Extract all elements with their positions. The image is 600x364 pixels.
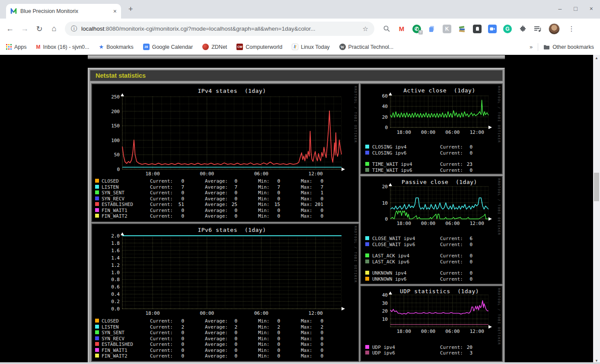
bookmark-practical-technology[interactable]: W Practical Technol... [339, 44, 394, 50]
browser-tab[interactable]: Blue Precision Monitorix × [6, 4, 121, 19]
legend-color-swatch [365, 168, 369, 172]
scrollbar-up-arrow[interactable]: ▲ [593, 56, 600, 60]
forward-button[interactable]: → [18, 24, 31, 33]
bookmark-inbox[interactable]: M Inbox (16) - sjvn0... [36, 44, 89, 50]
legend-label: TIME_WAIT ipv6 [372, 168, 412, 173]
search-extension-icon[interactable] [382, 25, 391, 33]
legend-stat-value: 0 [454, 253, 472, 259]
graph-ipv6-states: IPv6 states (1day)ConnectionsRRDTOOL / T… [91, 223, 359, 362]
legend-color-swatch [95, 342, 99, 346]
legend-stat-value: 0 [166, 330, 184, 336]
legend-stat-value: 0 [305, 178, 323, 184]
address-bar[interactable]: ⓘ localhost:8080/monitorix-cgi/monitorix… [65, 22, 374, 36]
profile-avatar[interactable] [549, 23, 560, 35]
window-minimize-button[interactable]: – [559, 4, 562, 13]
legend-stat-value: 0 [305, 213, 323, 219]
puzzle-extensions-icon[interactable] [518, 25, 527, 33]
bookmark-zdnet[interactable]: ZDNet [202, 44, 227, 50]
legend-stat-value: 0 [219, 196, 237, 202]
bookmark-apps[interactable]: Apps [6, 44, 27, 50]
x-tick-label: 18:00 [143, 310, 162, 316]
bookmark-star-icon[interactable]: ☆ [363, 25, 368, 33]
x-tick-label: 00:00 [198, 171, 217, 177]
playlist-extension-icon[interactable] [533, 25, 542, 33]
camera-extension-icon[interactable] [488, 25, 497, 33]
linux-today-icon: lt [292, 44, 298, 50]
legend-stat-value: 0 [262, 330, 280, 336]
legend-label: UNKNOWN ipv6 [372, 276, 406, 282]
home-button[interactable]: ⌂ [48, 24, 61, 33]
back-button[interactable]: ← [3, 24, 16, 33]
legend-color-swatch [365, 151, 369, 155]
x-tick-label: 06:00 [443, 221, 462, 226]
legend-color-swatch [95, 354, 99, 358]
legend-color-swatch [365, 277, 369, 281]
y-tick-label: 1.4 [100, 255, 120, 261]
reload-button[interactable]: ↻ [33, 24, 46, 34]
voice-extension-icon[interactable]: ✆? [412, 25, 421, 33]
legend-stat-value: 2 [166, 324, 184, 330]
bookmark-label: Computerworld [246, 44, 282, 50]
legend-stat-value: 0 [305, 353, 323, 359]
y-tick-label: 60 [368, 93, 388, 99]
rrdtool-watermark: RRDTOOL / TOBI OETIKER [497, 86, 501, 143]
page-scrollbar[interactable]: ▲ ▼ [593, 55, 600, 364]
bookmark-label: Bookmarks [106, 44, 134, 50]
legend-stat-value: 7 [262, 184, 280, 190]
tab-close-icon[interactable]: × [113, 8, 117, 14]
x-tick-label: 18:00 [394, 130, 413, 135]
y-tick-label: 0 [368, 216, 388, 222]
legend-stat-value: 0 [262, 348, 280, 353]
x-tick-label: 18:00 [143, 171, 162, 177]
legend-stat-value: 0 [305, 318, 323, 324]
url-text[interactable]: localhost:8080/monitorix-cgi/monitorix.c… [81, 25, 359, 32]
bookmark-computerworld[interactable]: CW Computerworld [236, 44, 282, 50]
copy-pages-extension-icon[interactable] [428, 25, 436, 33]
y-tick-label: 10 [368, 200, 388, 206]
site-info-icon[interactable]: ⓘ [71, 25, 77, 33]
legend-stat-value: 0 [305, 208, 323, 213]
legend-stat-value: 0 [166, 178, 184, 184]
bookmark-label: Practical Technol... [348, 44, 394, 50]
legend-stat-value: 0 [166, 196, 184, 202]
x-tick-label: 12:00 [306, 171, 325, 177]
bookmarks-divider [538, 43, 538, 51]
books-extension-icon[interactable] [458, 25, 466, 33]
legend-stat-value: 0 [219, 348, 237, 353]
x-tick-label: 12:00 [467, 221, 486, 226]
url-host: localhost [81, 25, 104, 32]
window-close-button[interactable]: × [590, 4, 593, 13]
browser-toolbar: ← → ↻ ⌂ ⓘ localhost:8080/monitorix-cgi/m… [0, 19, 600, 39]
legend-stat-value: 0 [219, 318, 237, 324]
legend-stat-value: 0 [305, 330, 323, 336]
graph-ipv4-states: IPv4 states (1day)ConnectionsRRDTOOL / T… [91, 83, 359, 222]
other-bookmarks[interactable]: Other bookmarks [543, 44, 594, 50]
y-tick-label: 50 [100, 152, 120, 158]
x-tick-label: 06:00 [252, 310, 271, 316]
bookmarks-overflow-chevron[interactable]: » [530, 44, 533, 50]
lamp-extension-icon[interactable] [473, 25, 482, 33]
series-time-wait-ipv4 [390, 100, 488, 117]
new-tab-button[interactable]: + [128, 5, 133, 14]
zdnet-icon [202, 44, 209, 50]
legend-stat-value: 0 [219, 208, 237, 213]
x-axis-arrow-icon [488, 217, 492, 221]
wordpress-icon: W [339, 44, 346, 50]
bookmark-linux-today[interactable]: lt Linux Today [292, 44, 330, 50]
legend-label: ESTABLISHED [102, 202, 133, 207]
legend-stat-value: 0 [166, 318, 184, 324]
window-maximize-button[interactable]: □ [574, 4, 577, 13]
legend-stat-value: 0 [454, 270, 472, 276]
scrollbar-thumb[interactable] [594, 173, 599, 201]
grammarly-extension-icon[interactable]: G [503, 25, 512, 33]
computerworld-icon: CW [236, 44, 243, 50]
gmail-extension-icon[interactable]: M [397, 25, 406, 33]
bookmark-google-calendar[interactable]: 28 Google Calendar [143, 44, 193, 50]
y-tick-label: 1.8 [100, 241, 120, 246]
k-extension-icon[interactable]: K [443, 25, 451, 33]
y-tick-label: 1.6 [100, 248, 120, 253]
bookmark-bookmarks[interactable]: ★ Bookmarks [99, 44, 134, 50]
browser-menu-icon[interactable]: ⋮ [568, 25, 575, 33]
y-tick-label: 2.0 [100, 233, 120, 239]
x-tick-label: 12:00 [306, 310, 325, 316]
